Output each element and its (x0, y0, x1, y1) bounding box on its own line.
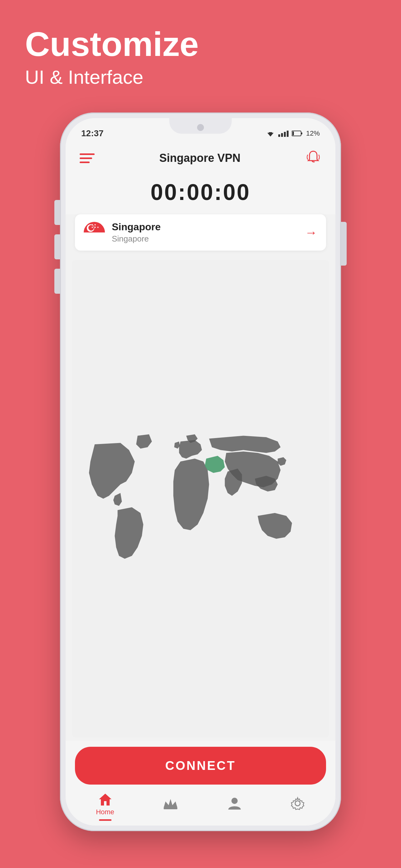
camera-dot (197, 124, 204, 131)
signal-bars-icon (278, 130, 289, 137)
app-content: Singapore VPN (66, 143, 335, 826)
svg-rect-4 (292, 131, 294, 135)
world-map-svg (72, 260, 329, 737)
nav-item-profile[interactable] (227, 797, 242, 812)
phone-outer: 12:37 (60, 113, 341, 831)
status-bar: 12:37 (66, 118, 335, 143)
svg-rect-3 (301, 132, 302, 134)
server-location: Singapore (112, 234, 305, 244)
server-name: Singapore (112, 221, 305, 233)
nav-item-settings[interactable] (290, 797, 305, 812)
top-bar: Singapore VPN (66, 143, 335, 173)
svg-rect-6 (164, 808, 177, 809)
app-title: Singapore VPN (159, 152, 240, 165)
flag-singapore: ★ ★★ ★ ★ (84, 222, 105, 243)
nav-item-premium[interactable] (162, 797, 179, 812)
main-title: Customize (25, 25, 199, 63)
battery-icon (292, 130, 303, 136)
menu-line-2 (80, 157, 92, 159)
status-time: 12:37 (81, 128, 104, 138)
phone-mockup: 12:37 (60, 113, 341, 831)
phone-inner: 12:37 (66, 118, 335, 826)
timer-display: 00:00:00 (151, 180, 250, 205)
connect-section: CONNECT (66, 741, 335, 788)
home-icon (98, 793, 113, 806)
server-card[interactable]: ★ ★★ ★ ★ Singapore Singapore → (75, 214, 326, 251)
main-subtitle: UI & Interface (25, 66, 199, 88)
svg-point-7 (231, 798, 238, 804)
status-icons: 12% (266, 129, 320, 137)
nav-label-home: Home (96, 808, 114, 816)
notch (169, 118, 232, 134)
server-info: Singapore Singapore (112, 221, 305, 244)
wifi-icon (266, 130, 275, 137)
profile-icon (227, 797, 242, 810)
server-arrow-icon: → (305, 226, 317, 240)
connect-button[interactable]: CONNECT (75, 747, 326, 784)
header-section: Customize UI & Interface (25, 25, 199, 88)
crown-icon (162, 797, 179, 810)
bottom-nav: Home (66, 788, 335, 826)
menu-line-3 (80, 161, 90, 163)
menu-button[interactable] (80, 153, 95, 163)
world-map-section (72, 260, 329, 737)
notification-bell-button[interactable] (305, 149, 321, 167)
battery-text: 12% (306, 129, 320, 137)
nav-item-home[interactable]: Home (96, 793, 114, 816)
timer-section: 00:00:00 (66, 173, 335, 214)
bell-icon-svg (305, 149, 321, 165)
menu-line-1 (80, 153, 95, 155)
svg-point-8 (295, 801, 300, 806)
settings-icon (290, 797, 305, 810)
